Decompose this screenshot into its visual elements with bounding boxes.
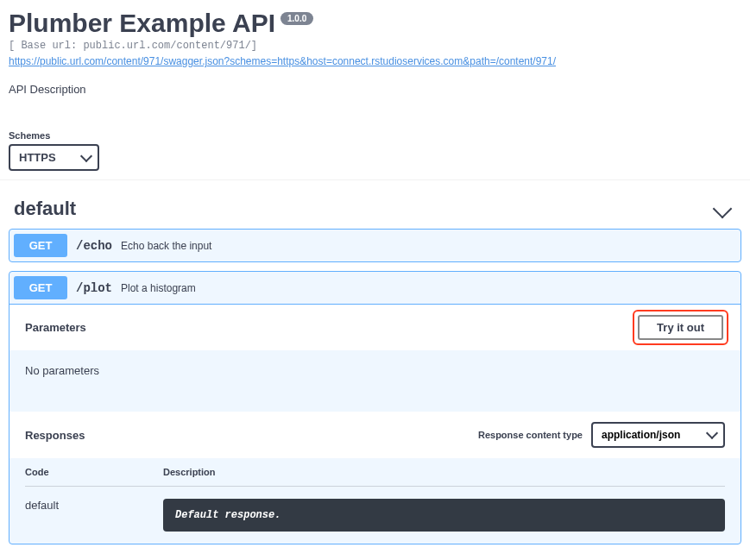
responses-label: Responses xyxy=(25,429,85,442)
col-header-description: Description xyxy=(163,467,725,477)
opblock-summary-echo[interactable]: GET /echo Echo back the input xyxy=(9,230,741,261)
version-badge: 1.0.0 xyxy=(280,12,313,25)
responses-table: Code Description default Default respons… xyxy=(9,458,741,544)
parameters-label: Parameters xyxy=(25,321,86,334)
api-header: Plumber Example API 1.0.0 [ Base url: pu… xyxy=(0,0,750,96)
schemes-select[interactable]: HTTPS xyxy=(9,144,99,171)
swagger-ui: Plumber Example API 1.0.0 [ Base url: pu… xyxy=(0,0,750,560)
method-badge-get: GET xyxy=(14,234,67,257)
opblock-plot: GET /plot Plot a histogram Parameters Tr… xyxy=(9,271,741,544)
op-desc: Plot a histogram xyxy=(121,282,196,294)
chevron-down-icon xyxy=(713,199,733,219)
op-desc: Echo back the input xyxy=(121,240,211,252)
tag-header[interactable]: default xyxy=(9,189,741,229)
col-header-code: Code xyxy=(25,467,163,477)
api-title: Plumber Example API xyxy=(9,9,275,38)
table-row: default Default response. xyxy=(25,487,725,532)
response-content-type-select[interactable]: application/json xyxy=(591,422,725,448)
schemes-label: Schemes xyxy=(9,130,741,141)
responses-bar: Responses Response content type applicat… xyxy=(9,412,741,458)
response-description: Default response. xyxy=(163,499,725,532)
spec-link[interactable]: https://public.url.com/content/971/swagg… xyxy=(9,55,556,67)
parameters-bar: Parameters Try it out xyxy=(9,305,741,350)
parameters-body: No parameters xyxy=(9,350,741,412)
api-description: API Description xyxy=(9,83,741,96)
try-it-out-button[interactable]: Try it out xyxy=(638,315,723,340)
op-path: /plot xyxy=(76,281,112,295)
opblock-summary-plot[interactable]: GET /plot Plot a histogram xyxy=(9,272,741,304)
method-badge-get: GET xyxy=(14,276,67,299)
response-code: default xyxy=(25,499,163,512)
base-url: [ Base url: public.url.com/content/971/] xyxy=(9,40,741,52)
schemes-section: Schemes HTTPS xyxy=(0,122,750,180)
opblock-echo: GET /echo Echo back the input xyxy=(9,229,741,262)
try-highlight: Try it out xyxy=(636,313,725,342)
opblock-body: Parameters Try it out No parameters Resp… xyxy=(9,304,741,544)
tag-name: default xyxy=(14,198,76,220)
tag-section: default GET /echo Echo back the input GE… xyxy=(0,189,750,560)
op-path: /echo xyxy=(76,239,112,253)
response-content-type-label: Response content type xyxy=(478,430,583,440)
